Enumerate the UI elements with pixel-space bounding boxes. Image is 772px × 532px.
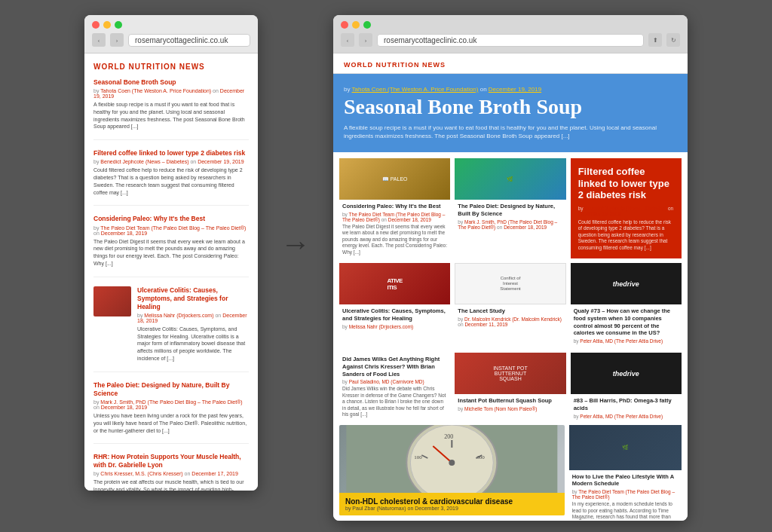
card-title[interactable]: Did James Wilks Get Anything Right Again…: [342, 356, 447, 378]
card-title[interactable]: The Lancet Study: [458, 307, 562, 315]
article-byline: by Mark J. Smith, PhD (The Paleo Diet Bl…: [93, 399, 249, 410]
article-thumbnail: [93, 286, 131, 316]
hero-title[interactable]: Seasonal Bone Broth Soup: [344, 96, 677, 119]
forward-button-right[interactable]: ›: [359, 33, 372, 47]
article-grid: 📖 PALEO Considering Paleo: Why It's the …: [333, 152, 688, 353]
card-title[interactable]: #83 – Bill Harris, PhD: Omega-3 fatty ac…: [574, 397, 679, 412]
article-excerpt: Could filtered coffee help to reduce the…: [93, 167, 249, 196]
share-button[interactable]: ⬆: [648, 33, 662, 47]
right-browser-window: ‹ › rosemarycottageclinic.co.uk ⬆ ↻ WORL…: [333, 15, 688, 521]
minimize-dot-right[interactable]: [352, 21, 360, 29]
close-dot[interactable]: [92, 21, 100, 29]
list-item: RHR: How Protein Supports Your Muscle He…: [93, 453, 249, 491]
grid-card: Did James Wilks Get Anything Right Again…: [339, 353, 450, 422]
article-grid-row2: Did James Wilks Get Anything Right Again…: [333, 353, 688, 425]
card-content: Ulcerative Colitis: Causes, Symptoms, an…: [339, 304, 450, 332]
featured-bottom-title[interactable]: Non-HDL cholesterol & cardiovascular dis…: [345, 497, 559, 506]
card-image: ATIVEITIS: [339, 263, 450, 304]
maximize-dot[interactable]: [115, 21, 122, 29]
card-title[interactable]: Instant Pot Butternut Squash Soup: [458, 397, 562, 405]
featured-red-card: Filtered coffee linked to lower type 2 d…: [571, 158, 682, 258]
grid-card: 📖 PALEO Considering Paleo: Why It's the …: [339, 158, 450, 258]
card-image: 📖 PALEO: [339, 158, 450, 200]
side-card-title[interactable]: How to Live the Paleo Lifestyle With A M…: [572, 473, 679, 488]
close-dot-right[interactable]: [341, 21, 348, 29]
svg-text:300: 300: [476, 454, 485, 460]
featured-bottom-byline: by Paul Zbar (Naturomax) on December 3, …: [345, 506, 559, 511]
maximize-dot-right[interactable]: [363, 21, 371, 29]
article-excerpt: Ulcerative Colitis: Causes, Symptoms, an…: [137, 326, 249, 362]
url-bar-right[interactable]: rosemarycottageclinic.co.uk: [377, 34, 644, 47]
scale-visualization: 200 100 300: [339, 425, 565, 493]
side-card-byline: by The Paleo Diet Team (The Paleo Diet B…: [572, 489, 679, 500]
list-item: The Paleo Diet: Designed by Nature, Buil…: [93, 381, 249, 444]
right-site-title: WORLD NUTRITION NEWS: [344, 61, 677, 69]
refresh-button[interactable]: ↻: [666, 33, 680, 47]
card-title[interactable]: Filtered coffee linked to lower type 2 d…: [578, 166, 674, 201]
hero-byline: by Tahota Coen (The Weston A. Price Foun…: [344, 86, 677, 93]
url-bar-left[interactable]: rosemarycottageclinic.co.uk: [128, 34, 250, 47]
card-byline: by Paul Saladino, MD (Carnivore MD): [342, 379, 447, 384]
article-byline: by Tahota Coen (The Weston A. Price Foun…: [93, 88, 249, 99]
transition-arrow: →: [280, 15, 311, 261]
right-browser-content: WORLD NUTRITION NEWS by Tahota Coen (The…: [333, 54, 688, 521]
article-title[interactable]: Considering Paleo: Why It's the Best: [93, 215, 249, 223]
card-title[interactable]: Ulcerative Colitis: Causes, Symptoms, an…: [342, 307, 447, 323]
article-text: Ulcerative Colitis: Causes, Symptoms, an…: [137, 286, 249, 362]
list-item: Ulcerative Colitis: Causes, Symptoms, an…: [93, 286, 249, 372]
window-controls: [92, 21, 250, 29]
back-button-right[interactable]: ‹: [341, 33, 354, 47]
article-title[interactable]: Seasonal Bone Broth Soup: [93, 78, 249, 87]
featured-bottom-overlay: Non-HDL cholesterol & cardiovascular dis…: [339, 493, 565, 515]
card-content: Qualy #73 – How can we change the food s…: [571, 304, 682, 347]
card-byline: by Peter Attia, MD (The Peter Attia Driv…: [574, 414, 679, 419]
left-browser-chrome: ‹ › rosemarycottageclinic.co.uk: [84, 15, 258, 54]
side-card-content: How to Live the Paleo Lifestyle With A M…: [569, 470, 682, 521]
card-excerpt: Did James Wilks win the debate with Chri…: [342, 386, 447, 417]
article-title[interactable]: Filtered coffee linked to lower type 2 d…: [93, 149, 249, 157]
card-byline: by Michelle Tom (Nom Nom Paleo®): [458, 406, 562, 411]
right-toolbar: ‹ › rosemarycottageclinic.co.uk ⬆ ↻: [341, 33, 680, 47]
left-browser-window: ‹ › rosemarycottageclinic.co.uk WORLD NU…: [84, 15, 258, 491]
grid-card: thedrive Qualy #73 – How can we change t…: [571, 263, 682, 347]
side-card-excerpt: In my experience, a modern schedule tend…: [572, 501, 679, 521]
left-site-title: WORLD NUTRITION NEWS: [93, 63, 249, 71]
card-byline: by Melissa Nahr (Drjockers.com): [342, 324, 447, 329]
card-title[interactable]: Considering Paleo: Why It's the Best: [342, 203, 447, 210]
article-excerpt: A flexible soup recipe is a must if you …: [93, 101, 249, 130]
card-byline: by Peter Attia, MD (The Peter Attia Driv…: [574, 338, 679, 344]
card-image: Conflict ofInterestStatement: [455, 263, 565, 304]
article-byline: by Benedict Jephcote (News – Diabetes) o…: [93, 159, 249, 164]
card-title[interactable]: Qualy #73 – How can we change the food s…: [574, 307, 679, 337]
card-byline: by The Paleo Diet Team (The Paleo Diet B…: [342, 212, 447, 222]
svg-point-7: [449, 460, 455, 466]
right-site-header: WORLD NUTRITION NEWS: [333, 54, 688, 74]
card-content: Considering Paleo: Why It's the Best by …: [339, 200, 450, 258]
card-image: thedrive: [571, 353, 682, 394]
card-content: Instant Pot Butternut Squash Soup by Mic…: [455, 394, 565, 414]
grid-card: Conflict ofInterestStatement The Lancet …: [455, 263, 565, 347]
card-image: 🌿: [455, 158, 565, 200]
grid-card: thedrive #83 – Bill Harris, PhD: Omega-3…: [571, 353, 682, 422]
grid-card: ATIVEITIS Ulcerative Colitis: Causes, Sy…: [339, 263, 450, 347]
card-byline: by Dr. Malcolm Kendrick (Dr. Malcolm Ken…: [458, 316, 562, 327]
bottom-section: 200 100 300 Non-HDL cholesterol & cardio…: [333, 425, 688, 521]
back-button[interactable]: ‹: [92, 33, 106, 47]
article-title[interactable]: RHR: How Protein Supports Your Muscle He…: [93, 453, 249, 469]
card-byline: by Mark J. Smith, PhD (The Paleo Diet Bl…: [458, 219, 562, 230]
minimize-dot[interactable]: [103, 21, 111, 29]
list-item: Considering Paleo: Why It's the Best by …: [93, 215, 249, 277]
card-title[interactable]: The Paleo Diet: Designed by Nature, Buil…: [458, 203, 562, 218]
article-byline: by Melissa Nahr (Drjockers.com) on Decem…: [137, 313, 249, 323]
article-excerpt: The Paleo Diet Digest it seems that ever…: [93, 238, 249, 268]
featured-bottom-card[interactable]: 200 100 300 Non-HDL cholesterol & cardio…: [339, 425, 565, 515]
article-title[interactable]: Ulcerative Colitis: Causes, Symptoms, an…: [137, 286, 249, 311]
svg-text:200: 200: [444, 433, 453, 440]
forward-button[interactable]: ›: [110, 33, 124, 47]
right-browser-chrome: ‹ › rosemarycottageclinic.co.uk ⬆ ↻: [333, 15, 688, 54]
card-excerpt: Could filtered coffee help to reduce the…: [578, 219, 674, 251]
bottom-grid: 200 100 300 Non-HDL cholesterol & cardio…: [339, 425, 682, 521]
article-title[interactable]: The Paleo Diet: Designed by Nature, Buil…: [93, 381, 249, 398]
card-content: The Lancet Study by Dr. Malcolm Kendrick…: [455, 304, 565, 330]
card-image: INSTANT POTBUTTERNUTSQUASH: [455, 353, 565, 394]
